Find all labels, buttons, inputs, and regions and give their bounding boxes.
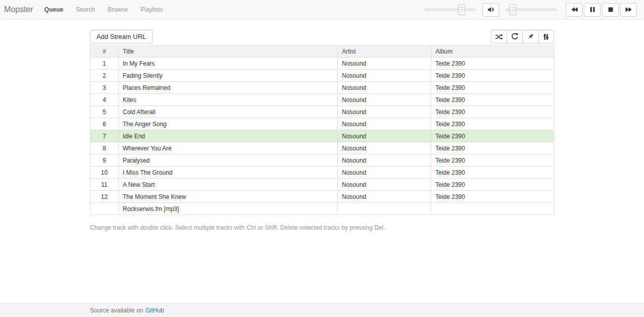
- track-album: Teide 2390: [431, 106, 554, 118]
- table-row[interactable]: 2 Fading Silently Nosound Teide 2390: [90, 70, 554, 82]
- track-title: A New Start: [119, 179, 338, 191]
- track-album: Teide 2390: [431, 130, 554, 142]
- track-title: Wherever You Are: [119, 142, 338, 154]
- track-artist: Nosound: [338, 70, 431, 82]
- track-title: Cold Afterall: [119, 106, 338, 118]
- stream-album: [431, 203, 554, 215]
- track-number: 9: [90, 154, 119, 167]
- nav-items: Queue Search Browse Playlists: [44, 6, 175, 13]
- track-artist: Nosound: [338, 106, 431, 118]
- table-row[interactable]: 1 In My Fears Nosound Teide 2390: [90, 58, 554, 70]
- github-link[interactable]: GitHub: [145, 307, 164, 314]
- stream-artist: [338, 203, 431, 215]
- footer-label: Source available on: [90, 307, 143, 314]
- track-album: Teide 2390: [431, 179, 554, 191]
- stream-title: Rockserwis.fm [mp3]: [119, 203, 338, 215]
- track-number: 11: [90, 179, 119, 191]
- volume-icon: [487, 6, 495, 14]
- table-row[interactable]: 10 I Miss The Ground Nosound Teide 2390: [90, 167, 554, 179]
- nav-item-search[interactable]: Search: [76, 6, 95, 13]
- track-number: 7: [90, 130, 119, 142]
- pause-icon: [588, 6, 597, 14]
- track-artist: Nosound: [338, 179, 431, 191]
- seek-slider-handle[interactable]: [458, 4, 465, 15]
- stream-table-body: Rockserwis.fm [mp3]: [90, 203, 554, 215]
- nav-item-browse[interactable]: Browse: [108, 6, 128, 13]
- track-title: Paralysed: [119, 154, 338, 167]
- track-title: Kites: [119, 94, 338, 106]
- track-artist: Nosound: [338, 58, 431, 70]
- stream-number: [90, 203, 119, 215]
- track-artist: Nosound: [338, 82, 431, 94]
- repeat-icon: [511, 33, 519, 41]
- repeat-button[interactable]: [507, 30, 523, 43]
- track-artist: Nosound: [338, 191, 431, 203]
- column-header-number: #: [90, 45, 119, 58]
- playback-buttons: [564, 3, 637, 17]
- column-header-album: Album: [431, 45, 554, 58]
- pause-button[interactable]: [584, 3, 601, 17]
- volume-slider[interactable]: [505, 4, 557, 16]
- mute-button[interactable]: [482, 3, 499, 17]
- help-text: Change track with double click. Select m…: [90, 224, 554, 231]
- stop-button[interactable]: [602, 3, 619, 17]
- track-title: Places Remained: [119, 82, 338, 94]
- track-number: 1: [90, 58, 119, 70]
- track-number: 5: [90, 106, 119, 118]
- track-number: 4: [90, 94, 119, 106]
- track-number: 3: [90, 82, 119, 94]
- shuffle-button[interactable]: [491, 30, 507, 43]
- footer: Source available onGitHub: [0, 303, 644, 317]
- shuffle-icon: [495, 33, 503, 41]
- table-row[interactable]: 9 Paralysed Nosound Teide 2390: [90, 154, 554, 167]
- table-row[interactable]: 5 Cold Afterall Nosound Teide 2390: [90, 106, 554, 118]
- stream-row[interactable]: Rockserwis.fm [mp3]: [90, 203, 554, 215]
- track-title: Idle End: [119, 130, 338, 142]
- track-artist: Nosound: [338, 94, 431, 106]
- previous-button[interactable]: [566, 3, 582, 17]
- table-row[interactable]: 7 Idle End Nosound Teide 2390: [90, 130, 554, 142]
- track-artist: Nosound: [338, 130, 431, 142]
- table-row[interactable]: 12 The Moment She Knew Nosound Teide 239…: [90, 191, 554, 203]
- column-header-artist: Artist: [338, 45, 431, 58]
- track-title: The Moment She Knew: [119, 191, 338, 203]
- track-artist: Nosound: [338, 142, 431, 154]
- main-content: Add Stream URL: [90, 30, 554, 231]
- table-row[interactable]: 11 A New Start Nosound Teide 2390: [90, 179, 554, 191]
- seek-slider[interactable]: [424, 4, 476, 16]
- track-album: Teide 2390: [431, 142, 554, 154]
- table-row[interactable]: 3 Places Remained Nosound Teide 2390: [90, 82, 554, 94]
- track-artist: Nosound: [338, 154, 431, 167]
- header-row: # Title Artist Album: [90, 45, 554, 58]
- next-icon: [625, 6, 633, 14]
- track-artist: Nosound: [338, 167, 431, 179]
- seek-slider-track[interactable]: [424, 9, 476, 11]
- track-number: 12: [90, 191, 119, 203]
- table-row[interactable]: 6 The Anger Song Nosound Teide 2390: [90, 118, 554, 130]
- track-album: Teide 2390: [431, 82, 554, 94]
- previous-icon: [570, 6, 578, 14]
- add-stream-url-button[interactable]: Add Stream URL: [90, 30, 153, 43]
- track-album: Teide 2390: [431, 154, 554, 167]
- pin-button[interactable]: [522, 30, 538, 43]
- playback-options-group: [491, 30, 554, 43]
- footer-text: Source available onGitHub: [90, 307, 554, 314]
- nav-item-queue[interactable]: Queue: [44, 6, 63, 13]
- queue-table-body: 1 In My Fears Nosound Teide 2390 2 Fadin…: [90, 58, 554, 203]
- table-row[interactable]: 4 Kites Nosound Teide 2390: [90, 94, 554, 106]
- player-controls: [424, 3, 640, 17]
- track-album: Teide 2390: [431, 118, 554, 130]
- queue-table: # Title Artist Album 1 In My Fears Nosou…: [90, 45, 554, 215]
- table-row[interactable]: 8 Wherever You Are Nosound Teide 2390: [90, 142, 554, 154]
- track-album: Teide 2390: [431, 191, 554, 203]
- volume-slider-handle[interactable]: [509, 4, 516, 15]
- next-button[interactable]: [620, 3, 637, 17]
- queue-table-header: # Title Artist Album: [90, 45, 554, 58]
- track-album: Teide 2390: [431, 167, 554, 179]
- track-title: I Miss The Ground: [119, 167, 338, 179]
- equalizer-button[interactable]: [538, 30, 554, 43]
- brand[interactable]: Mopster: [4, 5, 33, 14]
- track-title: In My Fears: [119, 58, 338, 70]
- track-album: Teide 2390: [431, 58, 554, 70]
- nav-item-playlists[interactable]: Playlists: [140, 6, 163, 13]
